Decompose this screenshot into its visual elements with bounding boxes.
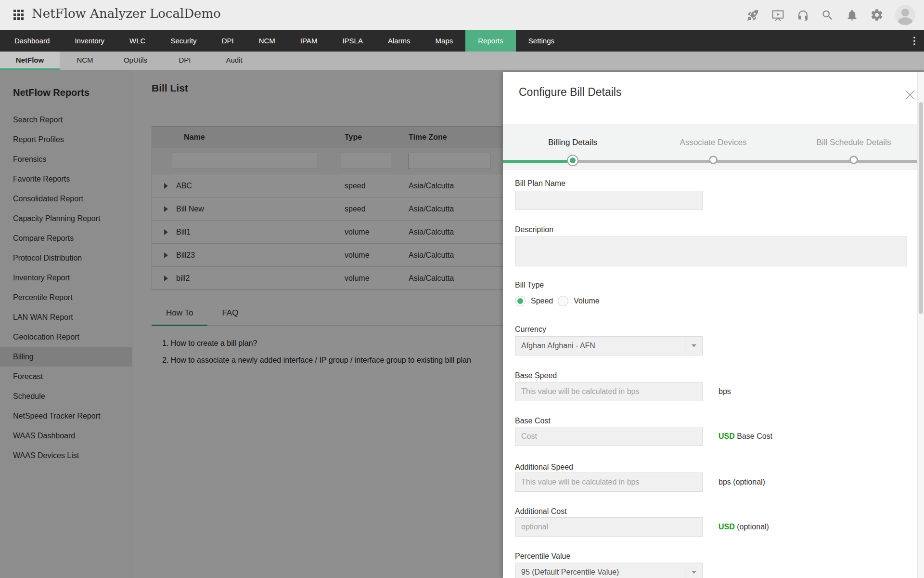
nav-item-settings[interactable]: Settings: [516, 30, 567, 52]
nav-item-inventory[interactable]: Inventory: [62, 30, 117, 52]
description-label: Description: [515, 225, 553, 234]
base-speed-input[interactable]: [515, 382, 703, 401]
chevron-down-icon: [685, 337, 702, 355]
radio-volume[interactable]: [558, 296, 568, 306]
additional-speed-label: Additional Speed: [515, 463, 573, 472]
bill-plan-name-label: Bill Plan Name: [515, 179, 565, 188]
percentile-value-label: Percentile Value: [515, 552, 570, 561]
close-icon[interactable]: [904, 89, 916, 101]
unit-text: Base Cost: [737, 432, 772, 440]
subnav-tab-audit[interactable]: Audit: [209, 52, 259, 70]
additional-speed-unit: bps (optional): [719, 478, 765, 486]
scrollbar-thumb[interactable]: [919, 102, 923, 314]
nav-item-security[interactable]: Security: [158, 30, 209, 52]
gear-icon[interactable]: [870, 8, 884, 22]
nav-item-ncm[interactable]: NCM: [246, 30, 288, 52]
demo-player-icon[interactable]: [771, 8, 785, 22]
nav-item-ipam[interactable]: IPAM: [288, 30, 330, 52]
additional-cost-input[interactable]: [515, 517, 703, 537]
nav-item-dpi[interactable]: DPI: [209, 30, 246, 52]
sub-nav: NetFlow NCM OpUtils DPI Audit: [0, 52, 924, 70]
base-cost-unit: USD Base Cost: [719, 432, 772, 441]
radio-volume-label: Volume: [574, 297, 599, 305]
base-speed-unit: bps: [719, 387, 731, 396]
panel-scrollbar[interactable]: [917, 72, 924, 578]
panel-title: Configure Bill Details: [519, 86, 621, 99]
nav-item-wlc[interactable]: WLC: [117, 30, 158, 52]
configure-bill-details-panel: Configure Bill Details Billing Details A…: [503, 72, 924, 578]
user-avatar[interactable]: [895, 5, 915, 25]
base-cost-label: Base Cost: [515, 417, 551, 425]
step-bill-schedule-details[interactable]: Bill Schedule Details: [817, 138, 891, 147]
step-dot[interactable]: [709, 156, 718, 164]
chevron-down-icon: [685, 563, 702, 578]
unit-text: (optional): [737, 523, 769, 531]
stepper-progress: [503, 160, 573, 163]
step-dot[interactable]: [849, 156, 858, 164]
brand-title: NetFlow Analyzer LocalDemo: [32, 6, 221, 21]
nav-item-alarms[interactable]: Alarms: [375, 30, 423, 52]
additional-cost-label: Additional Cost: [515, 507, 567, 516]
nav-overflow-kebab-icon[interactable]: [909, 30, 920, 52]
nav-item-reports[interactable]: Reports: [465, 30, 516, 52]
search-icon[interactable]: [821, 9, 834, 22]
radio-speed[interactable]: [515, 296, 526, 306]
subnav-tab-oputils[interactable]: OpUtils: [110, 52, 161, 70]
subnav-tab-ncm[interactable]: NCM: [60, 52, 110, 70]
percentile-value: 95 (Default Percentile Value): [521, 568, 619, 576]
percentile-value-select[interactable]: 95 (Default Percentile Value): [515, 563, 703, 578]
currency-value: Afghan Afghani - AFN: [521, 342, 595, 350]
step-associate-devices[interactable]: Associate Devices: [680, 138, 747, 147]
nav-item-dashboard[interactable]: Dashboard: [2, 30, 62, 52]
step-dot-active[interactable]: [567, 155, 578, 166]
bell-icon[interactable]: [846, 9, 859, 22]
currency-label: Currency: [515, 325, 546, 334]
base-cost-input[interactable]: [515, 427, 703, 446]
bill-type-label: Bill Type: [515, 281, 544, 289]
subnav-tab-dpi[interactable]: DPI: [161, 52, 209, 70]
currency-code: USD: [719, 523, 735, 531]
additional-speed-input[interactable]: [515, 473, 703, 492]
step-billing-details[interactable]: Billing Details: [548, 138, 597, 147]
app-grid-icon[interactable]: [13, 10, 25, 21]
top-bar: NetFlow Analyzer LocalDemo: [0, 0, 924, 30]
subnav-tab-netflow[interactable]: NetFlow: [0, 52, 60, 70]
description-textarea[interactable]: [515, 236, 907, 266]
currency-code: USD: [719, 432, 735, 440]
main-nav: Dashboard Inventory WLC Security DPI NCM…: [0, 30, 924, 52]
radio-speed-label: Speed: [531, 297, 553, 305]
headset-icon[interactable]: [796, 9, 809, 22]
nav-item-maps[interactable]: Maps: [423, 30, 466, 52]
additional-cost-unit: USD (optional): [719, 523, 769, 531]
wizard-stepper: Billing Details Associate Devices Bill S…: [503, 124, 924, 170]
base-speed-label: Base Speed: [515, 371, 557, 380]
nav-item-ipsla[interactable]: IPSLA: [330, 30, 375, 52]
bill-plan-name-input[interactable]: [515, 191, 703, 210]
rocket-icon[interactable]: [746, 9, 759, 22]
currency-select[interactable]: Afghan Afghani - AFN: [515, 336, 703, 355]
